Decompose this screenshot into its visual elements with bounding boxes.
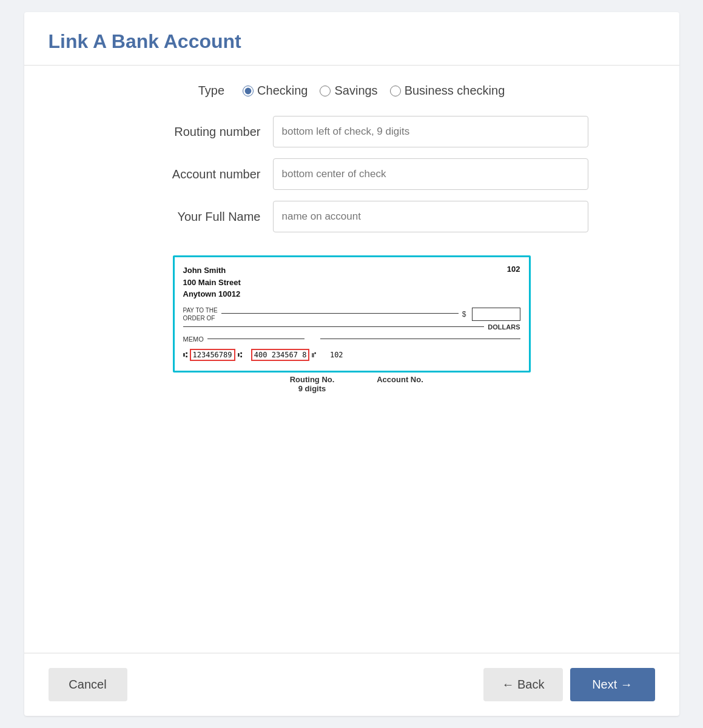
account-label: Account number — [115, 167, 273, 181]
check-micr-row: ⑆ 123456789 ⑆ 400 234567 8 ⑈ 102 — [183, 349, 520, 361]
page-container: Link A Bank Account Type Checking Saving… — [24, 12, 679, 716]
back-button[interactable]: ← Back — [483, 668, 562, 701]
account-field-row: Account number — [115, 158, 588, 190]
footer-right: ← Back Next → — [483, 668, 654, 701]
cancel-button[interactable]: Cancel — [49, 668, 127, 701]
check-routing-label: Routing No.9 digits — [273, 375, 352, 393]
check-labels-row: Routing No.9 digits Account No. — [267, 375, 437, 393]
business-label: Business checking — [405, 84, 505, 98]
check-memo-label: MEMO — [183, 335, 204, 343]
next-label: Next — [592, 678, 621, 691]
page-content: Type Checking Savings Business checking … — [24, 66, 679, 653]
business-radio[interactable] — [390, 86, 401, 96]
check-dollar-sign: $ — [462, 310, 466, 318]
back-arrow-icon: ← — [502, 678, 514, 691]
type-label: Type — [198, 84, 224, 98]
page-header: Link A Bank Account — [24, 12, 679, 66]
account-number-input[interactable] — [273, 158, 588, 190]
checking-radio-option[interactable]: Checking — [243, 84, 308, 98]
form-fields: Routing number Account number Your Full … — [115, 116, 588, 243]
micr-space — [244, 351, 249, 359]
check-amount-box — [472, 308, 520, 321]
check-dollars-label: DOLLARS — [488, 323, 520, 331]
savings-radio-option[interactable]: Savings — [320, 84, 377, 98]
business-radio-option[interactable]: Business checking — [390, 84, 505, 98]
next-button[interactable]: Next → — [570, 668, 655, 701]
savings-label: Savings — [334, 84, 377, 98]
type-row: Type Checking Savings Business checking — [49, 84, 655, 98]
check-dollars-row: DOLLARS — [183, 323, 520, 331]
routing-label: Routing number — [115, 125, 273, 139]
fullname-label: Your Full Name — [115, 210, 273, 224]
checking-label: Checking — [257, 84, 308, 98]
page-title: Link A Bank Account — [49, 30, 655, 53]
routing-field-row: Routing number — [115, 116, 588, 147]
check-diagram: John Smith 100 Main Street Anytown 10012… — [173, 255, 531, 372]
check-name: John Smith — [183, 265, 241, 277]
micr-separator: ⑆ — [238, 351, 242, 359]
check-top: John Smith 100 Main Street Anytown 10012… — [183, 265, 520, 300]
check-address: 100 Main Street — [183, 277, 241, 289]
check-city: Anytown 10012 — [183, 288, 241, 300]
micr-check-num: 102 — [330, 351, 343, 359]
micr-account: 400 234567 8 — [251, 349, 310, 361]
check-pay-label: PAY TO THEORDER OF — [183, 306, 218, 322]
next-arrow-icon: → — [621, 678, 633, 691]
check-memo-row: MEMO — [183, 335, 520, 343]
check-pay-row: PAY TO THEORDER OF $ — [183, 306, 520, 322]
micr-suffix: ⑈ — [312, 351, 316, 359]
check-memo-line — [207, 339, 304, 339]
check-sig-line — [320, 339, 520, 339]
check-diagram-container: John Smith 100 Main Street Anytown 10012… — [49, 255, 655, 393]
micr-routing: 123456789 — [190, 349, 235, 361]
back-label: Back — [517, 678, 544, 691]
check-account-label: Account No. — [370, 375, 431, 384]
savings-radio[interactable] — [320, 86, 331, 96]
micr-space2 — [318, 351, 327, 359]
full-name-input[interactable] — [273, 201, 588, 232]
page-footer: Cancel ← Back Next → — [24, 653, 679, 716]
check-number: 102 — [507, 265, 520, 274]
routing-number-input[interactable] — [273, 116, 588, 147]
check-pay-line — [221, 313, 459, 314]
checking-radio[interactable] — [243, 86, 254, 96]
check-dollars-line — [183, 326, 485, 327]
fullname-field-row: Your Full Name — [115, 201, 588, 232]
micr-prefix: ⑆ — [183, 351, 187, 359]
check-name-address: John Smith 100 Main Street Anytown 10012 — [183, 265, 241, 300]
